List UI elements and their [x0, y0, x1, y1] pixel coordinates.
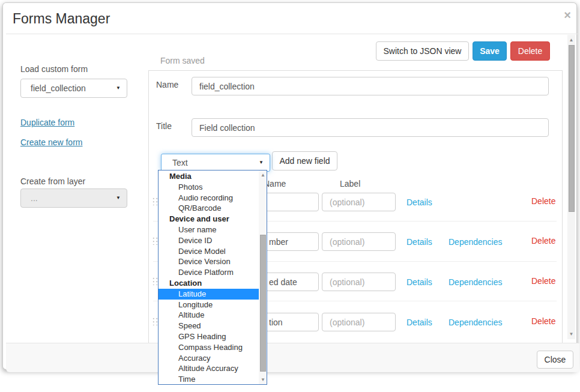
dropdown-option-device-and-user: Device and user — [159, 214, 259, 225]
dropdown-option-speed[interactable]: Speed — [159, 321, 259, 331]
dropdown-option-altitude[interactable]: Altitude — [159, 310, 259, 321]
form-title-input[interactable] — [192, 118, 549, 137]
forms-manager-dialog: Forms Manager × Load custom form field_c… — [2, 2, 577, 370]
column-header-label: Label — [340, 179, 360, 188]
name-label: Name — [156, 80, 178, 89]
modal-footer: Close — [6, 343, 579, 372]
dropdown-option-time[interactable]: Time — [159, 374, 259, 385]
field-type-select-value: Text — [172, 158, 188, 167]
field-type-select[interactable]: Text ▼ — [161, 154, 270, 172]
dropdown-option-device-model[interactable]: Device Model — [159, 246, 259, 257]
field-label-input[interactable] — [322, 193, 396, 211]
chevron-down-icon: ▼ — [116, 79, 121, 97]
create-from-layer-select[interactable]: ... ▼ — [20, 188, 127, 208]
scroll-up-icon[interactable]: ▲ — [259, 171, 267, 179]
dropdown-option-photos[interactable]: Photos — [159, 182, 259, 193]
delete-field-link[interactable]: Delete — [531, 196, 555, 206]
dropdown-option-media: Media — [159, 171, 259, 182]
dropdown-option-accuracy[interactable]: Accuracy — [159, 353, 259, 364]
listbox-scrollbar[interactable]: ▲ ▼ — [259, 170, 267, 384]
field-type-options: MediaPhotosAudio recordingQR/BarcodeDevi… — [159, 171, 259, 385]
create-from-layer-label: Create from layer — [20, 176, 85, 186]
dropdown-option-compass-heading[interactable]: Compass Heading — [159, 342, 259, 353]
close-button[interactable]: Close — [537, 351, 573, 369]
delete-field-link[interactable]: Delete — [531, 236, 555, 246]
dependencies-link[interactable]: Dependencies — [449, 277, 503, 287]
modal-scrollbar[interactable]: ▲ ▼ — [567, 35, 575, 339]
dropdown-option-user-name[interactable]: User name — [159, 225, 259, 235]
delete-form-button[interactable]: Delete — [510, 41, 550, 61]
chevron-down-icon: ▼ — [259, 154, 264, 171]
delete-field-link[interactable]: Delete — [531, 276, 555, 286]
field-type-listbox: MediaPhotosAudio recordingQR/BarcodeDevi… — [158, 170, 267, 385]
dropdown-option-device-version[interactable]: Device Version — [159, 256, 259, 267]
field-label-input[interactable] — [322, 273, 396, 291]
details-link[interactable]: Details — [406, 277, 432, 287]
save-button[interactable]: Save — [473, 41, 507, 61]
field-label-input[interactable] — [322, 232, 396, 251]
add-new-field-button[interactable]: Add new field — [272, 151, 337, 170]
drag-handle[interactable] — [151, 276, 158, 285]
dropdown-option-location: Location — [159, 278, 259, 289]
chevron-down-icon: ▼ — [116, 189, 121, 207]
dropdown-option-gps-heading[interactable]: GPS Heading — [159, 331, 259, 342]
switch-json-view-button[interactable]: Switch to JSON view — [376, 41, 469, 61]
status-text: Form saved — [160, 56, 205, 65]
details-link[interactable]: Details — [406, 198, 432, 207]
page-title: Forms Manager — [13, 11, 110, 27]
dependencies-link[interactable]: Dependencies — [449, 237, 503, 247]
details-link[interactable]: Details — [406, 237, 432, 247]
dropdown-option-device-platform[interactable]: Device Platform — [159, 267, 259, 278]
details-link[interactable]: Details — [406, 318, 432, 327]
scroll-down-icon[interactable]: ▼ — [259, 376, 267, 384]
dropdown-option-audio-recording[interactable]: Audio recording — [159, 193, 259, 204]
dropdown-option-altitude-accuracy[interactable]: Altitude Accuracy — [159, 363, 259, 374]
create-from-layer-value: ... — [31, 193, 38, 203]
delete-field-link[interactable]: Delete — [531, 316, 555, 326]
dropdown-option-longitude[interactable]: Longitude — [159, 300, 259, 310]
field-label-input[interactable] — [322, 313, 396, 331]
load-form-select-value: field_collection — [31, 83, 86, 93]
drag-handle[interactable] — [151, 236, 158, 245]
dropdown-option-latitude[interactable]: Latitude — [159, 289, 259, 300]
form-name-input[interactable] — [192, 77, 549, 95]
load-custom-form-label: Load custom form — [20, 64, 88, 74]
scrollbar-thumb[interactable] — [260, 235, 266, 372]
create-new-form-link[interactable]: Create new form — [20, 137, 82, 147]
duplicate-form-link[interactable]: Duplicate form — [20, 118, 74, 127]
close-icon[interactable]: × — [560, 8, 575, 22]
drag-handle[interactable] — [151, 196, 158, 205]
load-form-select[interactable]: field_collection ▼ — [20, 79, 127, 98]
title-label: Title — [156, 121, 172, 131]
page: Forms Manager × Load custom form field_c… — [0, 0, 580, 392]
drag-handle[interactable] — [151, 316, 158, 325]
dependencies-link[interactable]: Dependencies — [449, 318, 503, 327]
scrollbar-thumb[interactable] — [569, 45, 575, 212]
dropdown-option-qr-barcode[interactable]: QR/Barcode — [159, 203, 259, 214]
dropdown-option-device-id[interactable]: Device ID — [159, 235, 259, 246]
header-divider — [6, 34, 579, 34]
scroll-up-icon[interactable]: ▲ — [567, 36, 575, 44]
scroll-down-icon[interactable]: ▼ — [567, 330, 575, 338]
